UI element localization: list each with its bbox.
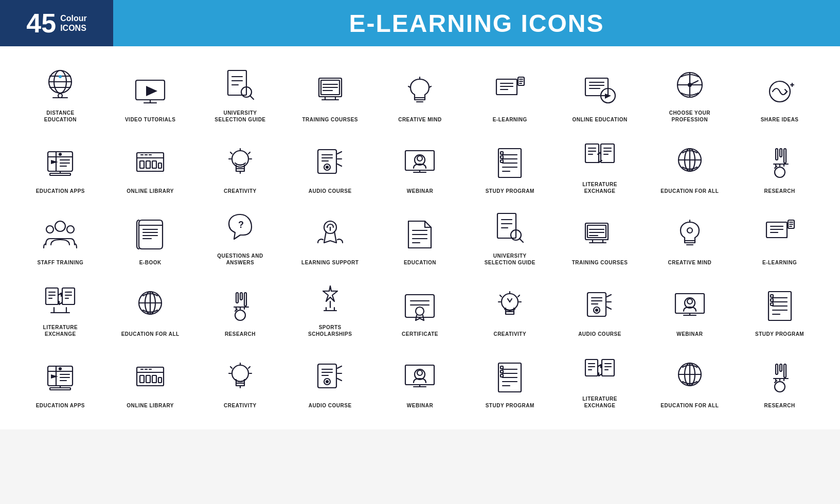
icon-e-learning2[interactable]: E-LEARNING [735,200,825,271]
icon-research3[interactable]: RESEARCH [735,343,825,414]
icon-audio-course3[interactable]: AUDIO COURSE [285,343,375,414]
svg-line-214 [510,299,512,302]
icon-education-for-all[interactable]: EDUCATION FOR ALL [645,128,735,200]
icon-study-program2[interactable]: STUDY PROGRAM [735,271,825,343]
education-apps2-label: EDUCATION APPS [36,402,85,409]
svg-rect-145 [497,213,516,238]
study-program3-label: STUDY PROGRAM [486,402,534,409]
creative-mind2-icon [669,214,710,255]
learning-support-label: LEARNING SUPPORT [301,259,359,266]
e-book-icon [130,214,171,255]
svg-rect-120 [776,149,778,160]
icon-share-ideas[interactable]: SHARE IDEAS [735,57,825,128]
icon-learning-support[interactable]: LEARNING SUPPORT [285,200,375,271]
icon-online-library2[interactable]: ONLINE LIBRARY [105,343,195,414]
video-tutorials-label: VIDEO TUTORIALS [125,116,175,123]
choose-your-profession-icon [669,64,710,105]
icon-education[interactable]: EDUCATION [375,200,465,271]
study-program-icon [489,142,530,184]
literature-exchange-icon [579,136,620,177]
creativity2-label: CREATIVITY [493,331,526,337]
svg-point-130 [46,226,53,233]
icon-university-selection-guide[interactable]: UNIVERSITY SELECTION GUIDE [195,57,285,128]
icon-research[interactable]: RESEARCH [735,128,825,200]
icon-literature-exchange[interactable]: LITERATURE EXCHANGE [555,128,645,200]
icon-literature-exchange3[interactable]: LITERATURE EXCHANGE [555,343,645,414]
icon-literature-exchange2[interactable]: LITERATURE EXCHANGE [15,271,105,343]
svg-line-56 [785,92,787,94]
icon-audio-course2[interactable]: AUDIO COURSE [555,271,645,343]
learning-support-icon [310,214,351,255]
icon-video-tutorials[interactable]: VIDEO TUTORIALS [105,57,195,128]
icon-webinar3[interactable]: WEBINAR [375,343,465,414]
icon-sports-scholarships[interactable]: SPORTS SCHOLARSHIPS [285,271,375,343]
icon-staff-training[interactable]: STAFF TRAINING [15,200,105,271]
study-program2-label: STUDY PROGRAM [755,331,804,337]
icon-university-selection-guide2[interactable]: UNIVERSITY SELECTION GUIDE [465,200,555,271]
staff-training-icon [40,214,81,255]
svg-point-269 [326,381,328,383]
svg-point-127 [775,167,785,177]
svg-line-91 [337,152,342,154]
distance-education-icon [40,64,81,105]
svg-rect-190 [240,293,242,300]
svg-point-275 [417,370,422,375]
icon-creative-mind2[interactable]: CREATIVE MIND [645,200,735,271]
webinar3-icon [399,357,440,398]
svg-rect-299 [776,364,778,374]
svg-point-5 [58,94,62,98]
icon-webinar2[interactable]: WEBINAR [645,271,735,343]
education-for-all-label: EDUCATION FOR ALL [660,188,719,194]
icon-creative-mind[interactable]: CREATIVE MIND [375,57,465,128]
icon-distance-education[interactable]: DISTANCE EDUCATION [15,57,105,128]
research3-icon [759,357,800,398]
questions-and-answers-icon: ? [220,207,261,248]
svg-point-226 [687,299,692,304]
webinar2-label: WEBINAR [676,331,703,337]
icon-webinar[interactable]: WEBINAR [375,128,465,200]
icon-choose-your-profession[interactable]: CHOOSE YOUR PROFESSION [645,57,735,128]
icon-online-education[interactable]: ONLINE EDUCATION [555,57,645,128]
online-education-icon [579,71,620,112]
icon-questions-and-answers[interactable]: ? QUESTIONS AND ANSWERS [195,200,285,271]
svg-rect-250 [146,375,150,383]
icon-certificate[interactable]: CERTIFICATE [375,271,465,343]
svg-line-210 [518,295,520,297]
training-courses2-label: TRAINING COURSES [572,259,628,266]
icon-education-for-all3[interactable]: EDUCATION FOR ALL [645,343,735,414]
header: 45 Colour ICONS E-LEARNING ICONS [0,0,840,46]
icon-e-book[interactable]: E-BOOK [105,200,195,271]
icon-research2[interactable]: RESEARCH [195,271,285,343]
svg-line-223 [607,307,611,309]
icon-training-courses2[interactable]: TRAINING COURSES [555,200,645,271]
icon-e-learning[interactable]: E-LEARNING [465,57,555,128]
education-for-all2-icon [130,285,171,327]
webinar2-icon [669,285,710,327]
university-selection-guide2-icon [489,207,530,248]
icon-creativity-r2[interactable]: CREATIVITY [195,128,285,200]
literature-exchange-label: LITERATURE EXCHANGE [569,181,631,194]
icon-study-program3[interactable]: STUDY PROGRAM [465,343,555,414]
svg-rect-284 [501,366,503,369]
icon-training-courses[interactable]: TRAINING COURSES [285,57,375,128]
creativity3-label: CREATIVITY [224,402,257,409]
svg-point-196 [235,310,245,320]
icon-education-apps2[interactable]: EDUCATION APPS [15,343,105,414]
icon-audio-course[interactable]: AUDIO COURSE [285,128,375,200]
svg-point-90 [326,166,328,168]
svg-rect-251 [152,375,156,383]
university-selection-guide-icon [220,64,261,105]
icon-creativity2[interactable]: CREATIVITY [465,271,555,343]
creativity3-icon [220,357,261,398]
icon-online-library[interactable]: ONLINE LIBRARY [105,128,195,200]
svg-line-150 [520,239,523,242]
icon-education-for-all2[interactable]: EDUCATION FOR ALL [105,271,195,343]
literature-exchange3-icon [579,350,620,391]
icon-study-program[interactable]: STUDY PROGRAM [465,128,555,200]
online-library2-label: ONLINE LIBRARY [127,402,174,409]
icon-education-apps[interactable]: EDUCATION APPS [15,128,105,200]
svg-rect-71 [146,161,150,168]
icon-creativity3[interactable]: CREATIVITY [195,343,285,414]
online-education-label: ONLINE EDUCATION [572,116,627,123]
svg-point-205 [416,307,424,315]
